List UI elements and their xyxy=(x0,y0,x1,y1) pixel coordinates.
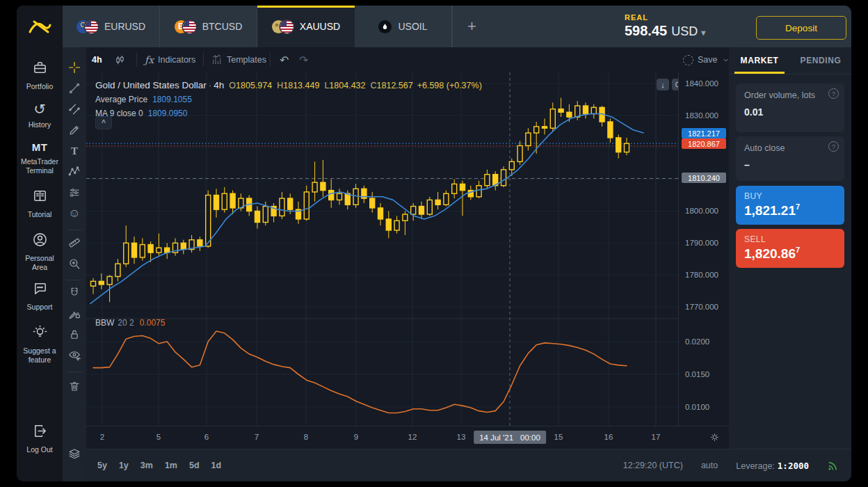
sidebar-item-label: Suggest a feature xyxy=(19,346,61,365)
sidebar-item-logout[interactable]: Log Out xyxy=(17,423,63,454)
indicator-tick-label: 0.0150 xyxy=(685,370,709,378)
tool-pattern[interactable] xyxy=(68,166,81,178)
us-icon xyxy=(280,20,294,33)
tool-magnet[interactable] xyxy=(68,287,81,299)
price-chart[interactable]: Gold / United States Dollar·4hO1805.974H… xyxy=(86,72,678,449)
buy-price: 1,821.217 xyxy=(744,203,836,218)
time-tick-label: 5 xyxy=(156,433,161,441)
candlestick-icon xyxy=(114,54,126,66)
account-selector[interactable]: REAL 598.45USD▾ xyxy=(625,13,705,39)
top-bar: EURUSDBBTCUSDXAUUSDUSOIL+ REAL 598.45USD… xyxy=(17,6,851,47)
tool-brush[interactable] xyxy=(68,124,81,136)
sidebar-item-label: Tutorial xyxy=(19,210,61,219)
legend-collapse-button[interactable]: ^ xyxy=(95,116,112,129)
auto-close-card[interactable]: ? Auto close – xyxy=(736,136,844,181)
order-type-tabs: MARKET PENDING xyxy=(729,47,851,74)
sidebar-item-support[interactable]: Support xyxy=(17,280,63,312)
chart-style-button[interactable] xyxy=(114,47,126,72)
chart-canvas[interactable] xyxy=(86,72,678,449)
timeframe-button[interactable]: 4h xyxy=(92,47,102,72)
instrument-tab-btcusd[interactable]: BBTCUSD xyxy=(160,6,257,47)
price-badge: 1810.240 xyxy=(682,173,726,183)
tool-zoom-in[interactable] xyxy=(68,257,81,270)
undo-button[interactable]: ↶ xyxy=(280,47,289,72)
sidebar-item-metatrader[interactable]: MTMetaTrader Terminal xyxy=(17,141,63,175)
sidebar-item-tutorial[interactable]: Tutorial xyxy=(17,188,63,219)
sidebar-item-personal-area[interactable]: Personal Area xyxy=(17,232,63,272)
toolbar-divider xyxy=(67,372,82,372)
instrument-tabs: EURUSDBBTCUSDXAUUSDUSOIL+ xyxy=(63,6,491,47)
timezone-auto-toggle[interactable]: auto xyxy=(701,461,718,470)
auto-close-label: Auto close xyxy=(744,143,836,153)
tool-lock[interactable] xyxy=(68,328,81,341)
tab-pending[interactable]: PENDING xyxy=(790,47,851,74)
time-tick-label: 6 xyxy=(204,433,209,441)
range-button-1d[interactable]: 1d xyxy=(211,461,222,470)
add-instrument-button[interactable]: + xyxy=(452,6,491,47)
tool-layers[interactable] xyxy=(68,447,81,460)
trading-terminal-window: EURUSDBBTCUSDXAUUSDUSOIL+ REAL 598.45USD… xyxy=(17,6,851,481)
instrument-tab-eurusd[interactable]: EURUSD xyxy=(63,6,160,47)
sidebar-item-suggest-feature[interactable]: Suggest a feature xyxy=(17,324,63,365)
instrument-tab-xauusd[interactable]: XAUUSD xyxy=(257,6,355,47)
sidebar-item-label: Log Out xyxy=(19,445,61,454)
cloud-sync-icon xyxy=(683,55,693,65)
main-sidebar: Portfolio↺HistoryMTMetaTrader TerminalTu… xyxy=(17,47,63,481)
price-tick-label: 1790.000 xyxy=(685,239,718,247)
redo-button[interactable]: ↷ xyxy=(299,47,308,72)
instrument-icon: B xyxy=(175,20,196,33)
instrument-tab-label: BTCUSD xyxy=(202,21,243,32)
tool-emoji[interactable]: ☺ xyxy=(68,207,81,220)
help-icon[interactable]: ? xyxy=(828,88,839,99)
tool-draw-lock[interactable] xyxy=(68,308,81,320)
order-volume-card[interactable]: ? Order volume, lots 0.01 xyxy=(736,83,844,132)
indicators-button[interactable]: ƒx Indicators xyxy=(145,47,195,72)
range-button-1y[interactable]: 1y xyxy=(119,461,129,470)
price-axis[interactable]: 1840.0001830.0001800.0001790.0001780.000… xyxy=(678,72,730,449)
save-label: Save xyxy=(698,55,718,65)
tool-ruler[interactable] xyxy=(68,237,81,249)
templates-button[interactable]: Templates xyxy=(211,47,266,72)
buy-button[interactable]: BUY 1,821.217 xyxy=(736,186,844,225)
balance-currency: USD xyxy=(671,24,698,38)
instrument-tab-label: EURUSD xyxy=(104,21,145,32)
logout-icon xyxy=(32,423,48,442)
range-button-1m[interactable]: 1m xyxy=(165,461,177,470)
indicators-label: Indicators xyxy=(158,55,195,65)
sidebar-item-portfolio[interactable]: Portfolio xyxy=(17,60,63,91)
exness-logo[interactable] xyxy=(17,6,63,47)
instrument-tab-usoil[interactable]: USOIL xyxy=(355,6,452,47)
instrument-icon xyxy=(378,20,392,33)
range-button-5y[interactable]: 5y xyxy=(97,461,107,470)
tool-channel[interactable] xyxy=(68,103,81,115)
deposit-button[interactable]: Deposit xyxy=(756,16,846,40)
help-icon[interactable]: ? xyxy=(828,141,839,152)
sidebar-item-label: Portfolio xyxy=(19,82,61,91)
tool-forecast[interactable] xyxy=(68,186,81,199)
tool-trend-line[interactable] xyxy=(68,82,81,95)
tool-text[interactable]: T xyxy=(68,145,81,157)
toolbar-divider xyxy=(67,280,82,280)
time-tick-label: 2 xyxy=(100,433,104,441)
tab-market[interactable]: MARKET xyxy=(729,47,790,74)
time-tick-label: 8 xyxy=(304,433,308,441)
sidebar-item-label: MetaTrader Terminal xyxy=(19,157,61,175)
range-button-3m[interactable]: 3m xyxy=(140,461,153,470)
sidebar-item-history[interactable]: ↺History xyxy=(17,102,63,129)
time-axis[interactable]: 256789121315161714 Jul '2100:00 xyxy=(86,426,729,449)
sell-button[interactable]: SELL 1,820.867 xyxy=(736,229,844,268)
tool-trash[interactable] xyxy=(68,380,81,392)
axis-settings-button[interactable] xyxy=(709,432,721,443)
volume-input[interactable]: 0.01 xyxy=(744,106,836,118)
clock[interactable]: 12:29:20 (UTC) xyxy=(623,461,683,470)
timeframe-label: 4h xyxy=(92,55,102,65)
us-icon xyxy=(183,20,196,33)
save-button[interactable]: Save xyxy=(683,47,730,72)
tool-eye[interactable] xyxy=(68,349,81,362)
auto-close-value[interactable]: – xyxy=(744,159,836,170)
scroll-to-recent-button[interactable]: ↓ xyxy=(657,79,669,90)
tool-crosshair[interactable] xyxy=(68,61,81,74)
range-button-5d[interactable]: 5d xyxy=(189,461,200,470)
price-tick-label: 1840.000 xyxy=(685,79,718,88)
portfolio-icon xyxy=(32,60,48,79)
